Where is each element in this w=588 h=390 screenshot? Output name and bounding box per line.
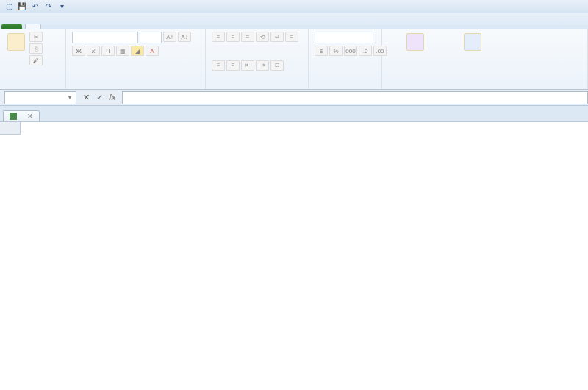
merge-icon[interactable]: ⊡	[270, 60, 284, 71]
conditional-formatting-icon	[406, 33, 424, 51]
orientation-icon[interactable]: ⟲	[256, 32, 269, 42]
title-bar: ▢ 💾 ↶ ↷ ▾	[0, 0, 588, 13]
workbook-tabs: ✕	[0, 106, 588, 122]
align-right-icon[interactable]: ≡	[226, 60, 240, 71]
align-left-icon[interactable]: ≡	[285, 32, 298, 42]
tab-office[interactable]	[129, 24, 144, 29]
tab-home[interactable]	[25, 24, 41, 29]
chevron-down-icon[interactable]: ▼	[67, 94, 73, 101]
comma-icon[interactable]: 000	[344, 46, 357, 56]
percent-icon[interactable]: %	[329, 46, 343, 56]
ribbon: ✂ ⎘ 🖌 A↑ A↓ Ж К Ч ▦ ◢ A	[0, 29, 588, 90]
name-box[interactable]: ▼	[4, 91, 76, 104]
decrease-indent-icon[interactable]: ⇤	[241, 60, 254, 71]
worksheet-grid[interactable]	[0, 122, 588, 387]
number-format-select[interactable]	[315, 32, 373, 43]
group-styles-label	[388, 87, 581, 88]
grow-font-icon[interactable]: A↑	[163, 32, 176, 42]
excel-icon[interactable]: ▢	[3, 1, 15, 13]
underline-button[interactable]: Ч	[101, 46, 115, 56]
workbook-tab[interactable]: ✕	[3, 110, 40, 121]
font-size-select[interactable]	[140, 32, 162, 43]
save-icon[interactable]: 💾	[16, 1, 28, 13]
group-alignment-label	[212, 87, 302, 88]
clipboard-icon	[7, 33, 25, 51]
quick-access-toolbar: ▢ 💾 ↶ ↷ ▾	[3, 1, 68, 13]
formula-bar[interactable]	[122, 91, 588, 104]
close-tab-icon[interactable]: ✕	[27, 113, 33, 120]
tab-formulas[interactable]	[71, 24, 85, 29]
cancel-formula-icon[interactable]: ✕	[81, 93, 91, 102]
fx-icon[interactable]: fx	[107, 93, 118, 102]
align-bottom-icon[interactable]: ≡	[241, 32, 254, 42]
conditional-formatting-button[interactable]	[388, 32, 442, 54]
group-clipboard-label	[6, 87, 60, 88]
currency-icon[interactable]: $	[315, 46, 328, 56]
shrink-font-icon[interactable]: A↓	[178, 32, 191, 42]
align-center-icon[interactable]: ≡	[212, 60, 225, 71]
formula-bar-row: ▼ ✕ ✓ fx	[0, 90, 588, 106]
tab-insert[interactable]	[41, 24, 56, 29]
ribbon-tabs	[0, 13, 588, 29]
tab-page-layout[interactable]	[56, 24, 71, 29]
copy-icon[interactable]: ⎘	[29, 43, 43, 54]
enter-formula-icon[interactable]: ✓	[94, 93, 104, 102]
bold-button[interactable]: Ж	[72, 46, 85, 56]
group-font-label	[72, 87, 199, 88]
format-as-table-icon	[464, 33, 481, 51]
wrap-text-icon[interactable]: ↵	[270, 32, 284, 42]
file-tab[interactable]	[1, 24, 22, 29]
format-as-table-button[interactable]	[445, 32, 500, 54]
qat-dropdown-icon[interactable]: ▾	[56, 1, 68, 13]
workbook-icon	[10, 113, 17, 120]
align-top-icon[interactable]: ≡	[212, 32, 225, 42]
increase-indent-icon[interactable]: ⇥	[256, 60, 269, 71]
cut-icon[interactable]: ✂	[29, 32, 43, 42]
tab-data[interactable]	[85, 24, 100, 29]
align-middle-icon[interactable]: ≡	[226, 32, 240, 42]
border-icon[interactable]: ▦	[116, 46, 129, 56]
fill-color-icon[interactable]: ◢	[131, 46, 144, 56]
font-name-select[interactable]	[72, 32, 138, 43]
undo-icon[interactable]: ↶	[29, 1, 41, 13]
tab-review[interactable]	[100, 24, 115, 29]
font-color-icon[interactable]: A	[146, 46, 159, 56]
format-painter-icon[interactable]: 🖌	[29, 55, 43, 65]
increase-decimal-icon[interactable]: .0	[359, 46, 372, 56]
group-number-label	[315, 87, 376, 88]
italic-button[interactable]: К	[87, 46, 100, 56]
tab-view[interactable]	[115, 24, 129, 29]
select-all-corner[interactable]	[0, 122, 21, 135]
redo-icon[interactable]: ↷	[43, 1, 54, 13]
paste-button[interactable]	[6, 32, 26, 54]
